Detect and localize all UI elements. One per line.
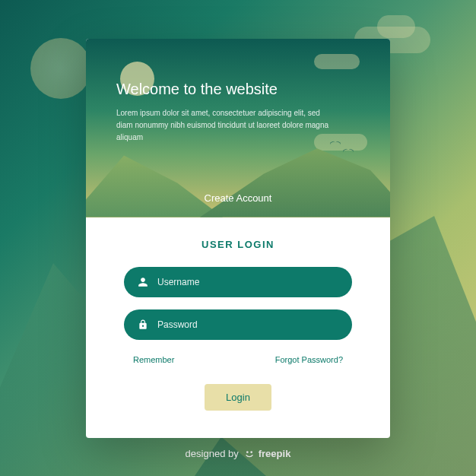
username-input[interactable]	[124, 267, 352, 297]
username-field-wrap	[124, 267, 352, 297]
designed-by-label: designed by	[186, 448, 239, 459]
password-field-wrap	[124, 309, 352, 340]
svg-point-0	[246, 451, 249, 453]
login-button[interactable]: Login	[205, 384, 271, 411]
login-card: Welcome to the website Lorem ipsum dolor…	[86, 39, 390, 438]
create-account-link[interactable]: Create Account	[86, 192, 390, 204]
password-input[interactable]	[124, 309, 352, 340]
freepik-logo[interactable]: freepik	[243, 447, 291, 459]
footer-credit: designed by freepik	[0, 447, 476, 459]
remember-link[interactable]: Remember	[133, 355, 174, 364]
login-form: USER LOGIN Remember Forgot Password? Log…	[86, 217, 390, 438]
freepik-icon	[243, 447, 255, 459]
welcome-title: Welcome to the website	[116, 81, 360, 98]
hero-section: Welcome to the website Lorem ipsum dolor…	[86, 39, 390, 217]
form-title: USER LOGIN	[124, 239, 352, 250]
lock-icon	[138, 319, 148, 330]
cloud-icon	[314, 54, 360, 69]
form-links: Remember Forgot Password?	[124, 352, 352, 364]
brand-name: freepik	[259, 448, 291, 459]
welcome-subtitle: Lorem ipsum dolor sit amet, consectetuer…	[116, 107, 329, 144]
background-sun	[30, 38, 91, 99]
mountains-illustration	[86, 141, 390, 217]
user-icon	[138, 277, 148, 287]
forgot-password-link[interactable]: Forgot Password?	[275, 355, 343, 364]
svg-point-1	[250, 451, 252, 453]
